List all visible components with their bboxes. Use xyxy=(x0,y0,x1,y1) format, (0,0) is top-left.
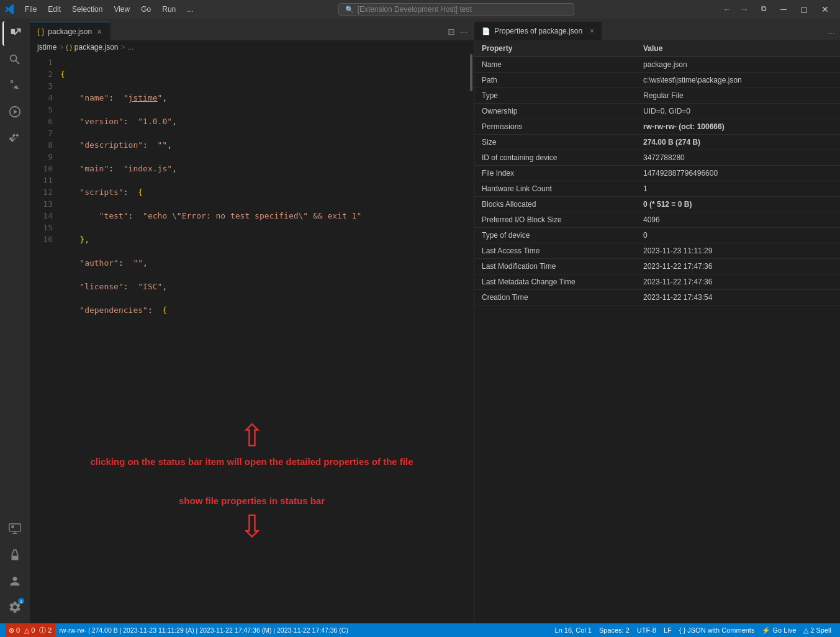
col-property-header: Property xyxy=(474,40,636,57)
go-live-item[interactable]: ⚡ Go Live xyxy=(758,623,800,637)
table-row: TypeRegular File xyxy=(474,88,840,104)
minimize-button[interactable]: ─ xyxy=(774,2,793,17)
menu-run[interactable]: Run xyxy=(157,4,181,15)
line-ending-text: LF xyxy=(664,626,672,634)
svg-rect-2 xyxy=(12,526,14,528)
activity-bar: 1 xyxy=(0,19,30,623)
breadcrumb-sep-1: > xyxy=(59,43,63,52)
minimap-thumb[interactable] xyxy=(470,54,472,91)
bottom-annotation-text: show file properties in status bar xyxy=(179,495,325,506)
menu-more[interactable]: ... xyxy=(182,4,198,15)
search-box[interactable]: 🔍 [Extension Development Host] test xyxy=(338,3,574,16)
prop-property-cell: Last Metadata Change Time xyxy=(474,274,636,290)
close-button[interactable]: ✕ xyxy=(815,2,835,17)
split-editor-icon[interactable]: ⊟ xyxy=(446,25,456,38)
table-row: Creation Time2023-11-22 17:43:54 xyxy=(474,290,840,305)
menu-view[interactable]: View xyxy=(109,4,135,15)
prop-value-cell: Regular File xyxy=(636,88,840,104)
search-text: [Extension Development Host] test xyxy=(358,5,472,14)
language-icon: { } xyxy=(679,626,685,634)
svg-rect-1 xyxy=(9,524,20,531)
cursor-position-item[interactable]: Ln 16, Col 1 xyxy=(551,623,595,637)
remote-explorer-activity-icon[interactable] xyxy=(2,517,27,541)
encoding-item[interactable]: UTF-8 xyxy=(633,623,660,637)
vscode-logo-icon xyxy=(5,4,15,14)
go-live-icon: ⚡ xyxy=(762,626,770,635)
menu-file[interactable]: File xyxy=(20,4,42,15)
settings-activity-icon[interactable]: 1 xyxy=(2,595,27,620)
table-row: Blocks Allocated0 (* 512 = 0 B) xyxy=(474,197,840,212)
language-mode-item[interactable]: { } JSON with Comments xyxy=(675,623,759,637)
menu-go[interactable]: Go xyxy=(136,4,156,15)
run-debug-activity-icon[interactable] xyxy=(2,99,27,124)
right-panel-tab-bar: 📄 Properties of package.json × ··· xyxy=(474,19,840,40)
right-panel-actions: ··· xyxy=(828,28,840,40)
warning-count: 0 xyxy=(31,626,35,634)
menu-selection[interactable]: Selection xyxy=(67,4,107,15)
prop-property-cell: Name xyxy=(474,57,636,73)
prop-value-cell: 0 xyxy=(636,228,840,243)
more-actions-icon[interactable]: ··· xyxy=(459,25,469,38)
editor-tab-package-json[interactable]: { } package.json × xyxy=(30,22,111,40)
forward-icon[interactable]: → xyxy=(736,3,752,16)
status-errors-warnings[interactable]: ⊗ 0 △ 0 ⓘ 2 xyxy=(5,623,55,637)
menu-bar: File Edit Selection View Go Run ... xyxy=(20,4,198,15)
prop-property-cell: Type xyxy=(474,88,636,104)
extensions-activity-icon[interactable] xyxy=(2,125,27,150)
explorer-icon[interactable] xyxy=(2,21,27,46)
layout-icon[interactable]: ⧉ xyxy=(755,2,773,17)
spell-check-item[interactable]: △ 2 Spell xyxy=(800,623,835,637)
code-editor[interactable]: { "name": "jstime", "version": "1.0.0", … xyxy=(58,54,469,327)
prop-property-cell: ID of containing device xyxy=(474,150,636,166)
properties-tab-close[interactable]: × xyxy=(590,27,594,35)
accounts-activity-icon[interactable] xyxy=(2,569,27,594)
prop-data-table: Property Value Namepackage.jsonPathc:\ws… xyxy=(474,40,840,305)
window-controls: ⧉ ─ ◻ ✕ xyxy=(755,2,835,17)
file-props-status-item[interactable]: rw-rw-rw- | 274.00 B | 2023-11-23 11:11:… xyxy=(55,623,352,637)
info-count: 2 xyxy=(48,626,52,634)
table-row: Namepackage.json xyxy=(474,57,840,73)
prop-value-cell: c:\ws\test\jstime\package.json xyxy=(636,73,840,88)
prop-property-cell: Last Modification Time xyxy=(474,259,636,274)
table-row: Hardware Link Count1 xyxy=(474,181,840,197)
right-panel-more-icon[interactable]: ··· xyxy=(828,28,835,38)
tab-close-button[interactable]: × xyxy=(96,27,103,37)
breadcrumb-filename[interactable]: package.json xyxy=(75,43,119,52)
go-live-text: Go Live xyxy=(772,626,796,634)
prop-value-cell: 3472788280 xyxy=(636,150,840,166)
breadcrumb-more[interactable]: ... xyxy=(128,43,134,52)
search-activity-icon[interactable] xyxy=(2,47,27,72)
prop-property-cell: Size xyxy=(474,135,636,150)
back-icon[interactable]: ← xyxy=(719,3,735,16)
prop-property-cell: Blocks Allocated xyxy=(474,197,636,212)
prop-property-cell: Type of device xyxy=(474,228,636,243)
tab-bar-actions: ⊟ ··· xyxy=(446,25,474,40)
prop-value-cell: UID=0, GID=0 xyxy=(636,104,840,119)
table-row: Pathc:\ws\test\jstime\package.json xyxy=(474,73,840,88)
breadcrumb-sep-2: > xyxy=(121,43,125,52)
tab-bar: { } package.json × ⊟ ··· xyxy=(30,19,474,40)
breadcrumb-json-icon: { } xyxy=(66,44,71,51)
encoding-text: UTF-8 xyxy=(637,626,656,634)
table-row: Last Access Time2023-11-23 11:11:29 xyxy=(474,243,840,259)
maximize-button[interactable]: ◻ xyxy=(794,2,814,17)
properties-table: Property Value Namepackage.jsonPathc:\ws… xyxy=(474,40,840,623)
properties-tab[interactable]: 📄 Properties of package.json × xyxy=(474,22,602,40)
testing-activity-icon[interactable] xyxy=(2,543,27,567)
warning-icon: △ xyxy=(24,626,29,635)
prop-property-cell: Preferred I/O Block Size xyxy=(474,212,636,228)
table-row: Preferred I/O Block Size4096 xyxy=(474,212,840,228)
top-annotation-text: clicking on the status bar item will ope… xyxy=(90,456,413,467)
table-row: Permissionsrw-rw-rw- (oct: 100666) xyxy=(474,119,840,135)
breadcrumb-jstime[interactable]: jstime xyxy=(37,43,56,52)
table-row: OwnershipUID=0, GID=0 xyxy=(474,104,840,119)
properties-tab-title: Properties of package.json xyxy=(494,27,582,35)
line-ending-item[interactable]: LF xyxy=(660,623,675,637)
editor-content: 12345 678910 1112131415 16 { "name": "js… xyxy=(30,54,474,623)
editor-scroll[interactable]: 12345 678910 1112131415 16 { "name": "js… xyxy=(30,54,474,327)
source-control-activity-icon[interactable] xyxy=(2,73,27,98)
menu-edit[interactable]: Edit xyxy=(43,4,66,15)
indentation-item[interactable]: Spaces: 2 xyxy=(595,623,633,637)
error-icon: ⊗ xyxy=(9,626,14,635)
prop-value-cell: 2023-11-22 17:43:54 xyxy=(636,290,840,305)
